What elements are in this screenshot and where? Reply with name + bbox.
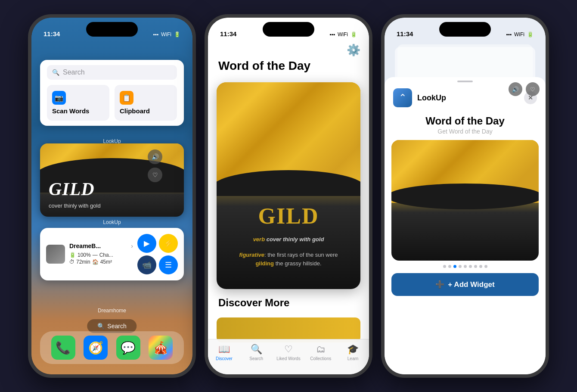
dreamhome-image — [46, 245, 65, 264]
battery-icon-2: 🔋 — [351, 31, 357, 37]
dreamhome-stats: 🔋 100% — Cha... ⏱ 72min 🏠 45m² — [69, 252, 133, 265]
collections-label: Collections — [310, 356, 331, 361]
phone2-example: figurative: the first rays of the sun we… — [230, 251, 347, 268]
discover-label: Discover — [216, 356, 233, 361]
messages-icon[interactable]: 💬 — [116, 336, 140, 360]
tab-search[interactable]: 🔍 Search — [240, 344, 273, 361]
dynamic-island-2 — [263, 22, 314, 37]
search-icon-small: 🔍 — [52, 69, 59, 76]
plus-icon: ➕ — [435, 280, 444, 289]
clipboard-btn[interactable]: 📋 Clipboard — [115, 85, 177, 121]
add-widget-label: + Add Widget — [448, 280, 494, 289]
settings-btn[interactable]: ⚙️ — [347, 44, 360, 57]
phone3-screen: 11:34 ▪▪▪ WiFi 🔋 ⌃ LookUp ✕ Word of the … — [385, 18, 546, 374]
page-title: Word of the Day — [218, 59, 310, 73]
add-widget-btn[interactable]: ➕ + Add Widget — [391, 273, 539, 296]
status-time-2: 11:34 — [220, 30, 236, 37]
dreamhome-label: Dreamhome — [31, 308, 192, 314]
dot-7 — [474, 265, 477, 268]
flash-btn[interactable]: ⚡ — [159, 234, 178, 253]
clipboard-label: Clipboard — [120, 107, 150, 115]
discover-title: Discover More — [218, 297, 289, 309]
sheet-subtitle: Get Word of the Day — [385, 128, 546, 135]
search-btn-icon: 🔍 — [97, 323, 105, 330]
signal-icon-2: ▪▪▪ — [329, 31, 335, 37]
wifi-icon-2: WiFi — [338, 31, 348, 37]
app-icon-lookup: ⌃ — [393, 88, 412, 107]
dot-1 — [443, 265, 446, 268]
sheet-card: 🔊 ♡ GILD cover thinly with gold — [391, 140, 539, 261]
lookup-label-2: LookUp — [31, 219, 192, 225]
search-bar[interactable]: 🔍 Search — [47, 65, 177, 80]
phone-1: 11:34 ▪▪▪ WiFi 🔋 🔍 Search 📷 Scan Words 📋 — [28, 14, 196, 378]
search-tab-label: Search — [249, 356, 263, 361]
wotd-word-1: GILD — [49, 179, 95, 199]
dock: 📞 🧭 💬 🎪 — [40, 331, 184, 364]
signal-icon-3: ▪▪▪ — [506, 31, 512, 37]
phone2-pos: verb cover thinly with gold — [217, 236, 360, 243]
dot-9 — [484, 265, 487, 268]
heart-btn-1[interactable]: ♡ — [148, 168, 162, 182]
chevron-up-icon: ⌃ — [399, 92, 406, 103]
battery-icon-1: 🔋 — [174, 31, 180, 37]
tab-liked[interactable]: ♡ Liked Words — [273, 344, 305, 361]
gold-texture — [217, 82, 360, 196]
status-time-1: 11:34 — [43, 30, 60, 37]
learn-icon: 🎓 — [347, 344, 359, 355]
apps-icon[interactable]: 🎪 — [149, 336, 173, 360]
phone2-screen: 11:34 ▪▪▪ WiFi 🔋 ⚙️ Word of the Day GILD… — [208, 18, 369, 374]
dreamhome-widget: DreameB... › 🔋 100% — Cha... ⏱ 72min — [40, 228, 184, 280]
sheet-gold — [391, 140, 539, 203]
scan-words-btn[interactable]: 📷 Scan Words — [47, 85, 109, 121]
collections-icon: 🗂 — [316, 344, 326, 355]
dreamhome-arrow: › — [131, 243, 133, 249]
status-icons-2: ▪▪▪ WiFi 🔋 — [329, 31, 357, 37]
dynamic-island-3 — [439, 22, 491, 37]
wotd-widget[interactable]: 🔊 ♡ GILD cover thinly with gold — [40, 143, 184, 217]
liked-label: Liked Words — [276, 356, 300, 361]
sheet-title: Word of the Day — [385, 111, 546, 128]
dot-5 — [464, 265, 467, 268]
phone-2: 11:34 ▪▪▪ WiFi 🔋 ⚙️ Word of the Day GILD… — [205, 14, 372, 378]
dot-6 — [469, 265, 472, 268]
status-time-3: 11:34 — [397, 30, 413, 37]
clipboard-icon: 📋 — [120, 91, 133, 105]
carousel-dots — [385, 265, 546, 268]
wifi-icon-3: WiFi — [514, 31, 524, 37]
signal-icon-1: ▪▪▪ — [153, 31, 158, 37]
wifi-icon-1: WiFi — [161, 31, 171, 37]
word-card: GILD verb cover thinly with gold figurat… — [217, 82, 360, 289]
battery-icon-3: 🔋 — [527, 31, 534, 37]
scan-icon: 📷 — [52, 91, 66, 105]
scan-words-label: Scan Words — [52, 107, 89, 115]
tab-collections[interactable]: 🗂 Collections — [304, 344, 337, 361]
app-name: LookUp — [417, 93, 519, 103]
camera-btn[interactable]: 📹 — [137, 255, 156, 274]
tab-discover[interactable]: 📖 Discover — [208, 344, 240, 361]
gear-icon: ⚙️ — [347, 44, 360, 56]
search-placeholder: Search — [63, 68, 85, 76]
status-icons-1: ▪▪▪ WiFi 🔋 — [153, 31, 180, 37]
dot-4 — [459, 265, 462, 268]
tab-learn[interactable]: 🎓 Learn — [337, 344, 369, 361]
bottom-sheet: ⌃ LookUp ✕ Word of the Day Get Word of t… — [385, 77, 546, 374]
phone2-word: GILD — [217, 203, 360, 229]
search-tab-icon: 🔍 — [251, 344, 262, 355]
sound-btn-1[interactable]: 🔊 — [148, 149, 162, 164]
tab-bar: 📖 Discover 🔍 Search ♡ Liked Words 🗂 Coll… — [208, 339, 369, 374]
dot-2 — [448, 265, 451, 268]
dot-3 — [453, 265, 456, 268]
phone1-screen: 11:34 ▪▪▪ WiFi 🔋 🔍 Search 📷 Scan Words 📋 — [31, 18, 192, 374]
dreamhome-controls: ▶ ⚡ 📹 ☰ — [137, 234, 178, 274]
list-btn[interactable]: ☰ — [159, 255, 178, 274]
widget-actions: 📷 Scan Words 📋 Clipboard — [47, 85, 177, 121]
play-btn[interactable]: ▶ — [137, 234, 156, 253]
time-stat: ⏱ 72min 🏠 45m² — [69, 259, 133, 265]
status-icons-3: ▪▪▪ WiFi 🔋 — [506, 31, 534, 37]
dynamic-island-1 — [86, 22, 138, 37]
safari-icon[interactable]: 🧭 — [84, 336, 108, 360]
wotd-def-1: cover thinly with gold — [49, 202, 101, 209]
phone-icon[interactable]: 📞 — [51, 336, 75, 360]
discover-icon: 📖 — [218, 344, 230, 355]
phone-3: 11:34 ▪▪▪ WiFi 🔋 ⌃ LookUp ✕ Word of the … — [381, 14, 549, 378]
